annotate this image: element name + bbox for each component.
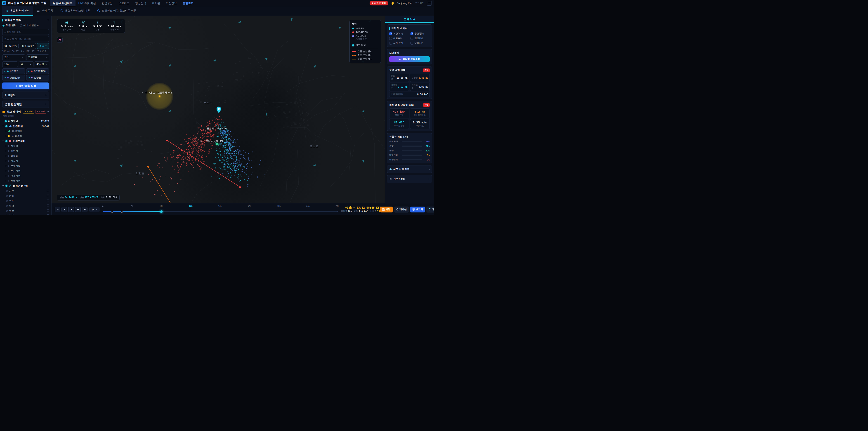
- tab-3[interactable]: 유출유확산모델 이론: [57, 6, 94, 16]
- layer-toggle[interactable]: [8, 180, 9, 182]
- display-option-해안부착[interactable]: 해안부착: [389, 37, 409, 40]
- layer-group-민감도평가[interactable]: 민감도평가: [2, 138, 49, 144]
- nav-item-8[interactable]: 통합조회: [180, 0, 196, 6]
- chevron-down-icon[interactable]: [2, 126, 4, 127]
- skip-start-button[interactable]: [55, 207, 60, 212]
- beach-marker[interactable]: [222, 130, 226, 134]
- accident-name-input[interactable]: [2, 29, 49, 35]
- layer-item-동해[interactable]: 동해: [2, 193, 49, 198]
- layer-item-산업자원[interactable]: 산업자원: [2, 178, 49, 183]
- checkbox-icon[interactable]: [389, 42, 392, 44]
- layer-item-환경생태[interactable]: 환경생태: [2, 129, 49, 133]
- tab-4[interactable]: 오일펜스 배치 알고리즘 이론: [94, 6, 140, 16]
- layer-item-보호지역[interactable]: 보호지역: [2, 163, 49, 168]
- chevron-right-icon[interactable]: [6, 130, 6, 132]
- nav-item-5[interactable]: 항공탐색: [132, 0, 149, 6]
- chevron-right-icon[interactable]: [6, 165, 6, 167]
- layer-toggle[interactable]: [6, 195, 8, 197]
- logout-button[interactable]: 로그아웃: [415, 2, 424, 5]
- tab-1[interactable]: 유출유 확산분석: [2, 6, 33, 16]
- chevron-right-icon[interactable]: [6, 170, 6, 172]
- tab-analysis-summary[interactable]: 분석 요약: [385, 16, 434, 23]
- action-button-재계산[interactable]: 재계산: [394, 207, 409, 212]
- timeline-playhead[interactable]: [160, 210, 163, 213]
- layer-item-관광자원[interactable]: 관광자원: [2, 173, 49, 178]
- farm-marker[interactable]: [216, 143, 218, 145]
- oil-fence-endpoint[interactable]: [166, 140, 168, 141]
- model-chip-KOSPS[interactable]: KOSPS: [2, 68, 25, 74]
- chevron-right-icon[interactable]: [6, 175, 6, 177]
- oil-fence-line-1[interactable]: [167, 140, 240, 187]
- layer-toggle[interactable]: [5, 140, 7, 142]
- layer-toggle[interactable]: [5, 120, 7, 122]
- run-prediction-button[interactable]: 확산예측 실행: [2, 83, 49, 89]
- section-1[interactable]: 사고정보: [2, 92, 49, 99]
- layer-toggle[interactable]: [8, 160, 9, 162]
- nav-item-2[interactable]: HNS·대기확산: [75, 0, 99, 6]
- display-option-시간 표시[interactable]: 시간 표시: [389, 41, 409, 45]
- layer-item-부산[interactable]: 부산: [2, 208, 49, 213]
- timeline-ruler[interactable]: 0h6h12h18h24h36h48h60h72h: [103, 204, 338, 215]
- chevron-right-icon[interactable]: [6, 145, 6, 147]
- radio-image-upload[interactable]: 이미지 업로드: [20, 24, 39, 27]
- play-button[interactable]: [68, 207, 74, 212]
- chevron-down-icon[interactable]: [2, 185, 4, 186]
- latitude-input[interactable]: [2, 43, 19, 49]
- action-button-예측[interactable]: 예측: [427, 207, 434, 212]
- layer-style-icon[interactable]: [47, 194, 49, 197]
- step-back-button[interactable]: [61, 207, 67, 212]
- layer-item-해안선[interactable]: 해안선: [2, 149, 49, 153]
- display-option-민감자원[interactable]: 민감자원: [410, 37, 430, 40]
- layer-toggle[interactable]: [6, 205, 8, 207]
- menu-burger-icon[interactable]: [427, 1, 432, 6]
- layer-item-보령[interactable]: 보령: [2, 203, 49, 208]
- layer-toggle[interactable]: [8, 150, 9, 152]
- layer-toggle[interactable]: [6, 210, 8, 212]
- nav-item-6[interactable]: 게시판: [149, 0, 163, 6]
- map-style-button[interactable]: [57, 37, 63, 43]
- layer-style-icon[interactable]: [47, 199, 49, 202]
- checkbox-icon[interactable]: [410, 42, 413, 44]
- chevron-right-icon[interactable]: [6, 180, 6, 182]
- layer-style-icon[interactable]: [47, 205, 49, 207]
- accident-location-pin[interactable]: [216, 106, 221, 114]
- layer-item-사회경제[interactable]: 사회경제: [2, 133, 49, 138]
- layer-toggle[interactable]: [8, 145, 9, 147]
- model-chip-POSEIDON[interactable]: POSEIDON: [26, 68, 49, 74]
- nav-item-4[interactable]: 보고자료: [116, 0, 132, 6]
- layer-item-계절별[interactable]: 계절별: [2, 144, 49, 149]
- layer-toggle[interactable]: [8, 175, 9, 177]
- notification-bell-icon[interactable]: [391, 1, 395, 5]
- layers-all-off-button[interactable]: 전체 끄기: [35, 110, 46, 114]
- checkbox-icon[interactable]: [389, 32, 392, 35]
- timeline-waypoint-marker[interactable]: [121, 211, 123, 213]
- model-chip-앙상블[interactable]: 앙상블: [26, 75, 49, 81]
- layer-style-icon[interactable]: [47, 210, 49, 212]
- radio-direct-input[interactable]: 직접 입력: [2, 24, 17, 27]
- layer-toggle[interactable]: [5, 125, 7, 127]
- layer-group-어장정보[interactable]: 어장정보17,129: [2, 119, 49, 124]
- section-2[interactable]: 영향 민감자원: [2, 100, 49, 108]
- action-button-저장[interactable]: 저장: [380, 207, 393, 212]
- layer-toggle[interactable]: [6, 215, 8, 216]
- oil-type-select[interactable]: 벙커C유: [26, 55, 49, 60]
- chevron-right-icon[interactable]: [6, 135, 6, 137]
- pick-on-map-button[interactable]: 지도: [37, 43, 49, 49]
- checkbox-icon[interactable]: [389, 37, 392, 40]
- chevron-down-icon[interactable]: [47, 111, 49, 112]
- layer-style-icon[interactable]: [47, 214, 49, 215]
- chevron-right-icon[interactable]: [6, 150, 6, 152]
- timeline-waypoint-marker[interactable]: [111, 211, 113, 213]
- layer-toggle[interactable]: [5, 185, 7, 187]
- duration-select[interactable]: 48시간: [35, 61, 49, 67]
- checkbox-icon[interactable]: [410, 32, 413, 35]
- fast-forward-button[interactable]: [75, 207, 81, 212]
- accident-list-input[interactable]: [2, 36, 49, 42]
- amount-input[interactable]: [2, 61, 18, 67]
- layer-item-수산자원[interactable]: 수산자원: [2, 168, 49, 173]
- model-chip-OpenDrift[interactable]: OpenDrift: [2, 75, 25, 81]
- playback-speed-select[interactable]: 1×: [90, 207, 99, 212]
- oil-fence-line-2[interactable]: [148, 166, 171, 203]
- chevron-down-icon[interactable]: [2, 141, 4, 142]
- collapsed-card-선주 / 보험[interactable]: 선주 / 보험: [387, 175, 432, 183]
